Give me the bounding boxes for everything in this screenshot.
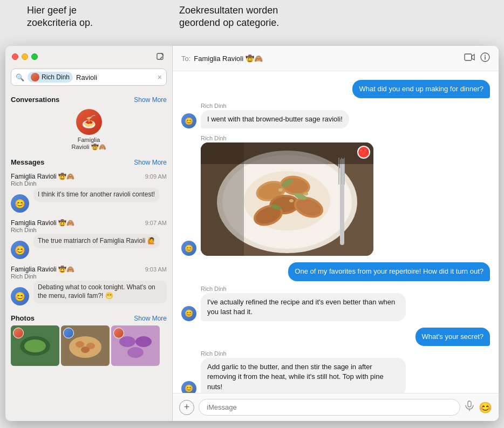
- conversation-item[interactable]: 🍝 FamigliaRavioli 🤠🙈: [11, 107, 167, 153]
- message-row-image: 😊: [181, 142, 490, 256]
- chat-avatar: 😊: [181, 381, 196, 393]
- photos-header: Photos Show More: [5, 314, 172, 322]
- svg-point-45: [244, 171, 330, 230]
- callout-left: Hier geef jezoekcriteria op.: [27, 4, 93, 30]
- msg-from: Famiglia Ravioli 🤠🙈: [11, 173, 74, 180]
- photos-show-more[interactable]: Show More: [134, 315, 167, 322]
- message-row-sent: One of my favorites from your repertoire…: [181, 262, 490, 281]
- conversations-header: Conversations Show More: [11, 96, 167, 104]
- sender-name: Rich Dinh: [201, 103, 490, 109]
- chat-header: To: Famiglia Ravioli 🤠🙈: [173, 46, 499, 71]
- msg-header: Famiglia Ravioli 🤠🙈 9:03 AM: [11, 266, 167, 273]
- info-icon[interactable]: [480, 52, 490, 64]
- svg-point-9: [76, 341, 84, 348]
- chat-avatar: 😊: [181, 241, 196, 256]
- conversations-title: Conversations: [11, 96, 59, 104]
- photos-grid: [5, 325, 172, 366]
- msg-from: Famiglia Ravioli 🤠🙈: [11, 219, 74, 227]
- photos-section: Photos Show More: [5, 314, 172, 366]
- msg-preview: The true matriarch of Famiglia Ravioli 🙋: [33, 234, 160, 248]
- msg-preview: I think it's time for another ravioli co…: [33, 188, 159, 202]
- photo-thumb[interactable]: [61, 325, 110, 366]
- messages-title: Messages: [11, 158, 44, 166]
- msg-from: Famiglia Ravioli 🤠🙈: [11, 266, 74, 273]
- msg-header: Famiglia Ravioli 🤠🙈 9:09 AM: [11, 173, 167, 180]
- svg-line-2: [160, 57, 162, 59]
- bubble-received: I went with that browned-butter sage rav…: [201, 110, 349, 128]
- svg-point-20: [485, 55, 486, 56]
- search-token: Rich Dinh: [28, 72, 73, 83]
- message-row-received: 😊 I've actually refined the recipe and i…: [181, 293, 490, 321]
- messages-header: Messages Show More: [11, 158, 167, 166]
- video-call-icon[interactable]: [464, 53, 475, 64]
- svg-rect-17: [465, 54, 472, 60]
- conv-name: FamigliaRavioli 🤠🙈: [71, 137, 106, 151]
- msg-avatar: 😊: [11, 241, 29, 259]
- conversations-show-more[interactable]: Show More: [134, 96, 167, 104]
- traffic-lights: [12, 53, 38, 60]
- ravioli-image: ❤️: [201, 142, 373, 256]
- message-row-received: 😊 I went with that browned-butter sage r…: [181, 110, 490, 128]
- msg-time: 9:03 AM: [145, 266, 167, 273]
- msg-sender: Rich Dinh: [11, 273, 167, 280]
- bubble-received: I've actually refined the recipe and it'…: [201, 293, 406, 321]
- msg-header: Famiglia Ravioli 🤠🙈 9:07 AM: [11, 219, 167, 227]
- chat-header-name: Famiglia Ravioli 🤠🙈: [194, 55, 464, 63]
- search-bar[interactable]: 🔍 Rich Dinh Ravioli ×: [11, 69, 167, 86]
- titlebar: [5, 46, 172, 66]
- message-item[interactable]: Famiglia Ravioli 🤠🙈 9:09 AM Rich Dinh 😊 …: [11, 169, 167, 216]
- msg-content: Famiglia Ravioli 🤠🙈 9:09 AM Rich Dinh 😊 …: [11, 173, 167, 213]
- sender-name: Rich Dinh: [201, 286, 490, 292]
- fullscreen-button[interactable]: [31, 53, 38, 60]
- sender-name: Rich Dinh: [201, 350, 490, 357]
- search-text[interactable]: Ravioli: [76, 73, 154, 81]
- sender-name: Rich Dinh: [201, 135, 490, 141]
- chat-panel: To: Famiglia Ravioli 🤠🙈: [173, 46, 499, 421]
- messages-area[interactable]: What did you end up making for dinner? R…: [173, 71, 499, 393]
- bubble-sent: One of my favorites from your repertoire…: [288, 262, 490, 281]
- messages-section: Messages Show More Famiglia Ravioli 🤠🙈 9…: [5, 158, 172, 309]
- chat-header-icons: [464, 52, 490, 64]
- message-input[interactable]: [199, 399, 460, 416]
- msg-time: 9:07 AM: [145, 220, 167, 226]
- token-avatar: [31, 73, 39, 81]
- svg-rect-47: [201, 142, 244, 256]
- messages-show-more[interactable]: Show More: [134, 159, 167, 166]
- msg-time: 9:09 AM: [145, 173, 167, 180]
- msg-sender: Rich Dinh: [11, 180, 167, 187]
- photo-thumb[interactable]: [111, 325, 160, 366]
- app-container: 🔍 Rich Dinh Ravioli × Conversations Show…: [5, 46, 499, 421]
- search-icon: 🔍: [16, 73, 24, 81]
- chat-avatar: 😊: [181, 306, 196, 321]
- message-item[interactable]: Famiglia Ravioli 🤠🙈 9:03 AM Rich Dinh 😊 …: [11, 262, 167, 309]
- minimize-button[interactable]: [22, 53, 28, 60]
- msg-avatar: 😊: [11, 194, 29, 213]
- bubble-sent: What's your secret?: [416, 328, 490, 346]
- search-clear-button[interactable]: ×: [158, 73, 162, 81]
- msg-preview: Debating what to cook tonight. What's on…: [33, 281, 167, 303]
- bubble-received: Add garlic to the butter, and then stir …: [201, 358, 406, 393]
- sidebar-scroll[interactable]: Conversations Show More 🍝 FamigliaRaviol…: [5, 90, 172, 421]
- compose-button[interactable]: [155, 51, 166, 62]
- photo-thumb[interactable]: [11, 325, 59, 366]
- msg-content: Famiglia Ravioli 🤠🙈 9:07 AM Rich Dinh 😊 …: [11, 219, 167, 259]
- conv-avatar: 🍝: [76, 109, 102, 135]
- chat-header-to: To:: [181, 55, 190, 63]
- callout-right: Zoekresultaten wordengeordend op categor…: [179, 4, 279, 30]
- message-row-sent: What did you end up making for dinner?: [181, 80, 490, 98]
- bubble-sent: What did you end up making for dinner?: [352, 80, 490, 98]
- message-row-sent: What's your secret?: [181, 328, 490, 346]
- token-name: Rich Dinh: [42, 73, 70, 81]
- msg-avatar: 😊: [11, 287, 29, 305]
- emoji-icon[interactable]: 😊: [479, 401, 492, 414]
- close-button[interactable]: [12, 53, 18, 60]
- msg-sender: Rich Dinh: [11, 227, 167, 233]
- chat-avatar: 😊: [181, 113, 196, 128]
- dictation-icon[interactable]: [465, 400, 474, 414]
- conversations-section: Conversations Show More 🍝 FamigliaRaviol…: [5, 96, 172, 153]
- sidebar: 🔍 Rich Dinh Ravioli × Conversations Show…: [5, 46, 173, 421]
- message-item[interactable]: Famiglia Ravioli 🤠🙈 9:07 AM Rich Dinh 😊 …: [11, 216, 167, 262]
- svg-point-11: [81, 347, 90, 353]
- add-attachment-button[interactable]: +: [179, 400, 194, 415]
- input-bar: + 😊: [173, 393, 499, 421]
